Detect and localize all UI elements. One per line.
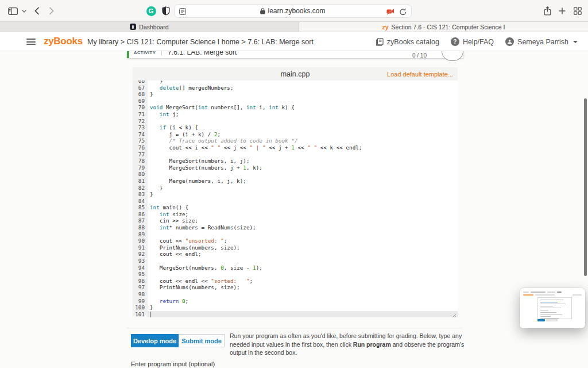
activity-bar: ACTIVITY 7.6.1: LAB: Merge sort 0 / 10	[127, 51, 463, 58]
camera-off-icon[interactable]	[386, 1, 395, 22]
code-line[interactable]: 68}	[133, 91, 458, 98]
code-line[interactable]: 79 MergeSort(numbers, j + 1, k);	[133, 164, 458, 171]
line-number: 69	[133, 98, 148, 105]
line-number: 66	[133, 80, 148, 85]
code-line[interactable]: 94 MergeSort(numbers, 0, size - 1);	[133, 264, 458, 271]
code-line[interactable]: 84	[133, 198, 458, 205]
code-line[interactable]: 92 cout << endl;	[133, 251, 458, 258]
lock-icon	[260, 8, 265, 14]
zybooks-logo[interactable]: zyBooks	[44, 36, 83, 47]
line-number: 96	[133, 278, 148, 285]
code-line[interactable]: 76 cout << i << " " << j << " | " << j +…	[133, 144, 458, 151]
code-line[interactable]: 87 cin >> size;	[133, 217, 458, 224]
share-icon[interactable]	[542, 0, 552, 22]
code-lines: 66 }67 delete[] mergedNumbers;68}6970voi…	[133, 80, 458, 317]
grammarly-icon[interactable]: G	[145, 0, 157, 22]
code-line[interactable]: 69	[133, 98, 458, 105]
code-line[interactable]: 90 cout << "unsorted: ";	[133, 237, 458, 244]
back-icon[interactable]	[32, 0, 41, 22]
forward-icon[interactable]	[47, 0, 56, 22]
run-program-ref: Run program	[353, 341, 391, 348]
breadcrumb[interactable]: My library > CIS 121: Computer Science I…	[87, 38, 314, 46]
code-line[interactable]: 91 PrintNums(numbers, size);	[133, 244, 458, 251]
tab-dashboard[interactable]: Dashboard	[0, 22, 299, 32]
mode-switcher: Develop mode Submit mode	[131, 334, 225, 347]
reader-icon[interactable]	[178, 1, 187, 22]
code-line[interactable]: 77	[133, 151, 458, 158]
caret-down-icon	[573, 41, 578, 43]
shield-icon[interactable]	[161, 0, 171, 22]
program-input-label: Enter program input (optional)	[131, 361, 215, 367]
resize-handle-icon[interactable]	[451, 313, 457, 318]
line-number: 79	[133, 164, 148, 171]
user-menu[interactable]: Semeya Parrish	[505, 37, 578, 46]
line-number: 92	[133, 251, 148, 258]
submit-mode-button[interactable]: Submit mode	[179, 334, 225, 347]
code-line[interactable]: 97 PrintNums(numbers, size);	[133, 284, 458, 291]
hamburger-icon[interactable]	[26, 39, 36, 45]
code-line[interactable]: 101	[133, 311, 458, 318]
new-tab-icon[interactable]	[558, 0, 567, 22]
user-name: Semeya Parrish	[517, 38, 568, 46]
code-editor[interactable]: 66 }67 delete[] mergedNumbers;68}6970voi…	[133, 80, 458, 318]
sidebar-icon[interactable]	[7, 0, 18, 22]
code-line[interactable]: 78 MergeSort(numbers, i, j);	[133, 158, 458, 164]
browser-toolbar: G learn.zybooks.com	[0, 0, 588, 22]
line-number: 77	[133, 151, 148, 158]
window-thumbnail[interactable]	[520, 288, 585, 328]
line-number: 90	[133, 237, 148, 244]
line-number: 67	[133, 85, 148, 91]
tab-section[interactable]: zy Section 7.6 - CIS 121: Computer Scien…	[299, 22, 588, 32]
thumbnail-content	[523, 296, 582, 321]
load-template-link[interactable]: Load default template...	[387, 67, 453, 80]
code-line[interactable]: 88 int* numbers = ReadNums(size);	[133, 224, 458, 231]
line-number: 89	[133, 231, 148, 238]
code-line[interactable]: 85int main() {	[133, 204, 458, 211]
catalog-link[interactable]: zyBooks catalog	[375, 38, 439, 46]
code-line[interactable]: 75 /* Trace output added to code in book…	[133, 137, 458, 144]
user-icon	[505, 37, 514, 46]
code-line[interactable]: 67 delete[] mergedNumbers;	[133, 85, 458, 91]
line-number: 74	[133, 131, 148, 138]
code-line[interactable]: 86 int size;	[133, 211, 458, 218]
thumbnail-button-secondary	[546, 319, 558, 321]
catalog-icon	[375, 38, 384, 46]
scrollbar-thumb[interactable]	[584, 98, 587, 276]
code-line[interactable]: 72	[133, 118, 458, 125]
code-line[interactable]: 96 cout << endl << "sorted: ";	[133, 278, 458, 285]
section-divider	[127, 328, 463, 328]
code-line[interactable]: 82 }	[133, 185, 458, 191]
code-line[interactable]: 99 return 0;	[133, 298, 458, 305]
code-line[interactable]: 100}	[133, 304, 458, 311]
code-line[interactable]: 73 if (i < k) {	[133, 124, 458, 131]
code-line[interactable]: 89	[133, 231, 458, 238]
code-line[interactable]: 95	[133, 271, 458, 278]
help-icon: ?	[451, 37, 459, 46]
code-line[interactable]: 70void MergeSort(int numbers[], int i, i…	[133, 104, 458, 111]
code-line[interactable]: 81 Merge(numbers, i, j, k);	[133, 178, 458, 185]
code-line[interactable]: 74 j = (i + k) / 2;	[133, 131, 458, 138]
tab-bar: Dashboard zy Section 7.6 - CIS 121: Comp…	[0, 22, 588, 32]
code-line[interactable]: 93	[133, 258, 458, 264]
code-line[interactable]: 66 }	[133, 80, 458, 85]
line-number: 101	[133, 311, 148, 318]
chevron-down-icon[interactable]	[21, 0, 28, 22]
code-line[interactable]: 83}	[133, 191, 458, 198]
url-bar[interactable]: learn.zybooks.com	[174, 4, 412, 18]
reload-icon[interactable]	[399, 1, 408, 22]
code-line[interactable]: 71 int j;	[133, 111, 458, 118]
help-link[interactable]: ? Help/FAQ	[451, 37, 494, 46]
code-line[interactable]: 98	[133, 291, 458, 298]
tab-overview-icon[interactable]	[572, 0, 583, 22]
develop-mode-button[interactable]: Develop mode	[131, 334, 179, 347]
dashboard-favicon	[130, 24, 136, 30]
line-number: 81	[133, 178, 148, 185]
catalog-label: zyBooks catalog	[387, 38, 439, 46]
zybooks-header: zyBooks My library > CIS 121: Computer S…	[0, 32, 588, 51]
text-cursor	[150, 312, 150, 317]
line-number: 68	[133, 91, 148, 98]
line-number: 76	[133, 144, 148, 151]
line-number: 70	[133, 104, 148, 111]
tab-dashboard-label: Dashboard	[139, 24, 168, 30]
code-line[interactable]: 80	[133, 171, 458, 178]
